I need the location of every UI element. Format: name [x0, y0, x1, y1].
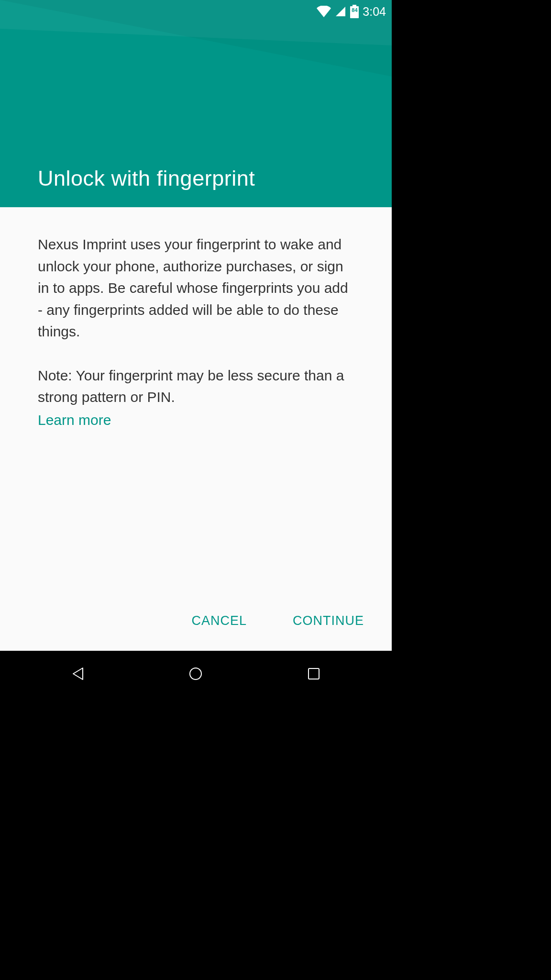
- cancel-button[interactable]: CANCEL: [178, 604, 260, 638]
- learn-more-link[interactable]: Learn more: [38, 412, 111, 428]
- svg-rect-6: [309, 668, 319, 679]
- battery-level-text: 84: [352, 7, 357, 13]
- page-title: Unlock with fingerprint: [38, 166, 255, 191]
- letterbox-bottom: [0, 696, 392, 980]
- cellular-signal-icon: [335, 6, 346, 17]
- square-recents-icon: [307, 667, 321, 681]
- letterbox-right: [392, 0, 551, 980]
- device-screen: 84 3:04 Unlock with fingerprint Nexus Im…: [0, 0, 392, 651]
- wifi-icon: [317, 6, 331, 17]
- clock-time: 3:04: [363, 5, 386, 19]
- content-area: Nexus Imprint uses your fingerprint to w…: [0, 207, 392, 428]
- svg-point-5: [190, 668, 201, 679]
- button-bar: CANCEL CONTINUE: [0, 591, 392, 651]
- continue-button[interactable]: CONTINUE: [279, 604, 377, 638]
- svg-rect-3: [353, 5, 356, 6]
- navigation-bar: [0, 651, 392, 696]
- header-banner: 84 3:04 Unlock with fingerprint: [0, 0, 392, 207]
- circle-home-icon: [188, 666, 203, 681]
- body-paragraph-1: Nexus Imprint uses your fingerprint to w…: [38, 234, 354, 343]
- back-button[interactable]: [40, 651, 116, 696]
- battery-icon: 84: [350, 5, 359, 18]
- recents-button[interactable]: [276, 651, 352, 696]
- home-button[interactable]: [157, 651, 234, 696]
- status-bar: 84 3:04: [0, 0, 392, 23]
- triangle-back-icon: [70, 666, 86, 681]
- body-paragraph-2: Note: Your fingerprint may be less secur…: [38, 365, 354, 408]
